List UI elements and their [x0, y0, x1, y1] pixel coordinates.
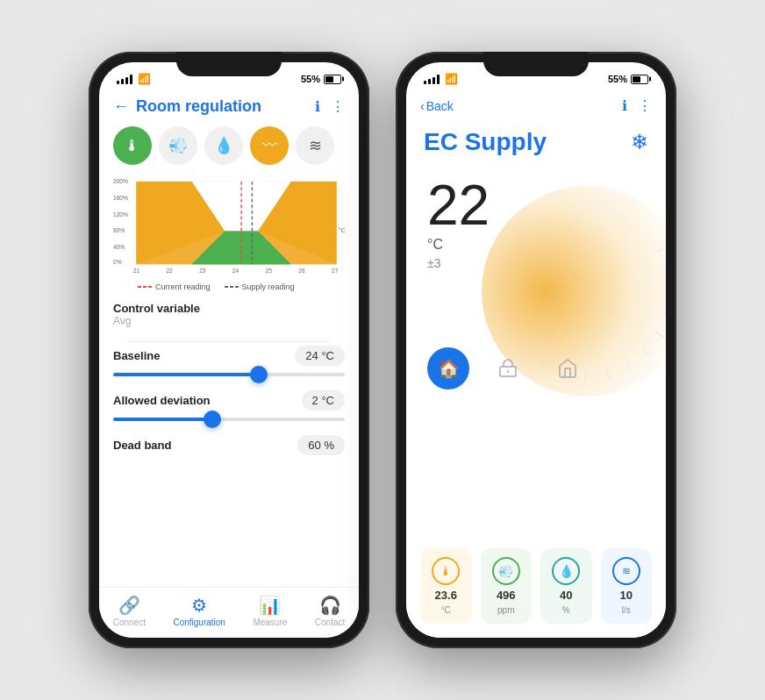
info-icon-1[interactable]: ℹ [315, 98, 320, 115]
chart-svg: 200% 160% 120% 80% 40% 0% [113, 172, 345, 277]
settings-area: Control variable Avg Baseline 24 °C [99, 302, 359, 587]
control-variable-label: Control variable [113, 302, 200, 315]
control-variable-item: Control variable Avg [113, 302, 345, 327]
configuration-icon: ⚙ [191, 595, 207, 616]
temperature-deviation: ±3 [427, 256, 645, 270]
battery-icon-2 [631, 75, 648, 84]
wave-tab[interactable]: ≋ [296, 126, 334, 165]
info-icon-2[interactable]: ℹ [622, 97, 627, 114]
nav-measure[interactable]: 📊 Measure [253, 595, 287, 627]
away-mode-btn[interactable] [547, 347, 589, 389]
legend-supply: Supply reading [225, 282, 295, 291]
humidity-tab[interactable]: 💧 [204, 126, 243, 165]
tile-co2-unit: ppm [497, 605, 514, 615]
svg-text:°C: °C [338, 226, 345, 234]
svg-text:22: 22 [166, 268, 173, 274]
svg-text:26: 26 [298, 268, 305, 274]
status-right-2: 55% [608, 74, 648, 84]
baseline-thumb[interactable] [250, 366, 268, 383]
nav-contact[interactable]: 🎧 Contact [315, 595, 345, 627]
notch2 [483, 52, 589, 76]
svg-text:40%: 40% [113, 244, 125, 250]
tile-co2-icon: 💨 [492, 557, 520, 585]
signal-icon-2 [424, 75, 440, 84]
legend-red-line [138, 286, 152, 288]
status-right-1: 55% [301, 74, 341, 84]
header2: ‹ Back ℹ ⋮ [406, 90, 666, 121]
status-left-2: 📶 [424, 73, 458, 85]
svg-text:24: 24 [232, 268, 240, 274]
svg-text:80%: 80% [113, 227, 125, 233]
bottom-tiles: 🌡 23.6 °C 💨 496 ppm 💧 40 % ≋ 10 l [406, 541, 666, 638]
back-button-2[interactable]: ‹ Back [420, 99, 454, 113]
co2-tab[interactable]: 💨 [159, 126, 197, 165]
svg-text:21: 21 [133, 268, 140, 274]
tile-temp-value: 23.6 [435, 589, 457, 602]
status-left-1: 📶 [117, 73, 151, 85]
screen2-content: ‹ Back ℹ ⋮ EC Supply ❄ [406, 90, 666, 638]
back-button-1[interactable]: ← [113, 97, 129, 116]
control-variable-sub: Avg [113, 315, 200, 327]
back-chevron-icon: ‹ [420, 99, 425, 113]
nav-configuration[interactable]: ⚙ Configuration [173, 595, 225, 627]
screen1-content: ← Room regulation ℹ ⋮ 🌡 💨 💧 〰 ≋ 200% [99, 90, 359, 638]
nav-measure-label: Measure [253, 618, 287, 627]
signal-icon [117, 75, 132, 84]
baseline-value: 24 °C [295, 346, 345, 366]
notch1 [176, 52, 282, 76]
nav-connect[interactable]: 🔗 Connect [113, 595, 146, 627]
tile-humidity-value: 40 [560, 589, 572, 602]
nav-contact-label: Contact [315, 618, 345, 627]
chart-area: 200% 160% 120% 80% 40% 0% [113, 172, 345, 295]
svg-text:200%: 200% [113, 178, 128, 184]
snowflake-icon[interactable]: ❄ [631, 130, 648, 154]
baseline-row: Baseline 24 °C [113, 346, 345, 366]
tile-flow-unit: l/s [622, 605, 631, 615]
deviation-slider[interactable] [113, 418, 345, 421]
divider1 [127, 341, 331, 342]
measure-icon: 📊 [259, 595, 281, 616]
temperature-reading: 22 °C ±3 [406, 160, 666, 288]
tab-icons-row: 🌡 💨 💧 〰 ≋ [99, 123, 359, 172]
battery-icon [324, 75, 341, 84]
tile-temperature: 🌡 23.6 °C [420, 548, 472, 624]
back-label-2: Back [426, 99, 454, 113]
battery-percent: 55% [301, 74, 320, 84]
nav-configuration-label: Configuration [173, 618, 225, 627]
tile-temp-unit: °C [441, 605, 451, 615]
phone2-screen: 📶 55% ‹ Back ℹ ⋮ [406, 62, 666, 638]
temperature-unit: °C [427, 237, 645, 253]
header2-right: ℹ ⋮ [622, 97, 652, 114]
dead-band-value: 60 % [297, 435, 345, 455]
wifi-icon-2: 📶 [445, 73, 458, 85]
ec-supply-title: EC Supply [424, 128, 547, 156]
battery-percent-2: 55% [608, 74, 627, 84]
svg-text:25: 25 [266, 268, 273, 274]
svg-text:0%: 0% [113, 259, 122, 265]
legend-gray-line [225, 286, 239, 288]
tile-flow-value: 10 [620, 589, 633, 602]
more-icon-1[interactable]: ⋮ [331, 98, 345, 115]
baseline-item: Baseline 24 °C [113, 346, 345, 376]
tile-humidity: 💧 40 % [540, 548, 592, 624]
ec-supply-header: EC Supply ❄ [406, 121, 666, 160]
home-mode-btn[interactable]: 🏠 [427, 347, 469, 389]
tile-humidity-unit: % [562, 605, 570, 615]
phone1-screen: 📶 55% ← Room regulation ℹ ⋮ [99, 62, 359, 638]
bottom-nav-1: 🔗 Connect ⚙ Configuration 📊 Measure 🎧 Co… [99, 587, 359, 638]
temperature-value: 22 [427, 177, 645, 233]
tile-flow: ≋ 10 l/s [601, 548, 653, 624]
deviation-thumb[interactable] [204, 411, 221, 428]
nav-connect-label: Connect [113, 618, 146, 627]
header1: ← Room regulation ℹ ⋮ [99, 90, 359, 123]
tile-flow-icon: ≋ [612, 557, 640, 585]
temperature-tab[interactable]: 🌡 [113, 126, 152, 165]
flow-tab[interactable]: 〰 [250, 126, 289, 165]
svg-text:23: 23 [199, 268, 206, 274]
more-icon-2[interactable]: ⋮ [638, 97, 652, 114]
wifi-icon: 📶 [138, 73, 151, 85]
dead-band-row: Dead band 60 % [113, 435, 345, 455]
baseline-fill [113, 373, 257, 376]
baseline-slider[interactable] [113, 373, 345, 376]
office-mode-btn[interactable] [487, 347, 529, 389]
